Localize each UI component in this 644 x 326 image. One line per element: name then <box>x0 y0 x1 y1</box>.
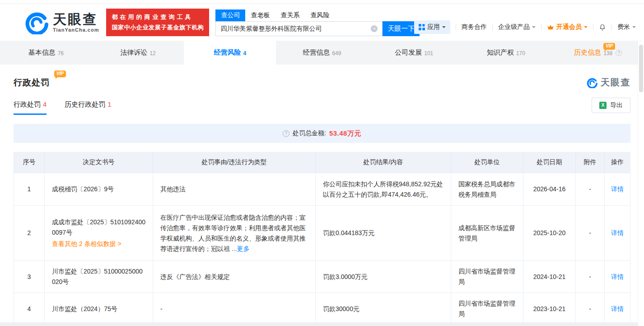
tab-basic-info[interactable]: 基本信息 76 <box>0 41 92 65</box>
tab-operating-info[interactable]: 经营信息 649 <box>276 41 368 65</box>
divider <box>541 24 541 30</box>
header-menu: 应用 商务合作 企业级产品 开通会员 费米 <box>414 20 636 34</box>
cell-doc-number: 川市监处〔2025〕51000025000020号 <box>45 260 153 293</box>
enterprise-products-menu[interactable]: 企业级产品 <box>498 23 536 31</box>
search-tab-company[interactable]: 查公司 <box>215 9 245 21</box>
col-header-no: 序号 <box>14 152 45 173</box>
divider <box>611 24 612 30</box>
company-section-tabs: 基本信息 76 法律诉讼 12 经营风险 4 经营信息 649 公司发展 101… <box>0 41 644 65</box>
cell-unit: 成都高新区市场监督管理局 <box>451 205 523 260</box>
table-row: 1 成税稽罚〔2026〕9号 其他违法 你公司应扣未扣个人所得税948,852.… <box>14 173 630 205</box>
cell-unit: 国家税务总局成都市税务局稽查局 <box>451 173 523 205</box>
tab-label: 经营信息 <box>303 48 330 57</box>
cell-doc-number: 成成市监处〔2025〕51010924000097号 查看其他 2 条相似数据 … <box>45 205 153 260</box>
apps-menu[interactable]: 应用 <box>414 20 450 34</box>
tab-intellectual-property[interactable]: 知识产权 170 <box>460 41 552 65</box>
chevron-down-icon <box>632 26 636 30</box>
doc-number-text: 成成市监处〔2025〕51010924000097号 <box>52 217 145 238</box>
brand-slogan: 都在用的商业查询工具 国家中小企业发展子基金旗下机构 <box>106 9 209 36</box>
col-header-attachment: 附件 <box>576 152 605 173</box>
tianyancha-swirl-icon <box>587 77 597 88</box>
notifications-button[interactable] <box>599 24 606 31</box>
question-circle-icon[interactable]: ? <box>283 130 289 137</box>
tab-history-info[interactable]: VIP 历史信息 138 ? <box>552 41 644 65</box>
tab-legal-litigation[interactable]: 法律诉讼 12 <box>92 41 184 65</box>
clear-search-icon[interactable]: × <box>371 25 378 32</box>
help-icon[interactable]: ? <box>616 50 622 56</box>
penalty-table: 序号 决定文书号 处罚事由/违法行为类型 处罚结果/内容 处罚单位 处罚日期 附… <box>14 152 630 325</box>
bell-icon <box>599 24 606 31</box>
cell-attachment: - <box>576 260 605 293</box>
user-account-menu[interactable]: 费米 <box>617 23 636 31</box>
penalty-subtabs: 行政处罚4 历史行政处罚1 X 导出 <box>14 100 630 115</box>
search-tab-boss[interactable]: 查老板 <box>245 9 275 21</box>
tianyancha-logo[interactable]: 天眼查 TianYanCha.com <box>25 11 99 34</box>
export-label: 导出 <box>610 101 623 109</box>
cell-result: 罚款30000元 <box>316 293 451 325</box>
export-button[interactable]: X 导出 <box>592 98 630 113</box>
tab-operating-risk[interactable]: 经营风险 4 <box>184 41 276 65</box>
search-tabs: 查公司 查老板 查关系 查风险 <box>215 9 420 21</box>
cell-date: 2024-10-21 <box>523 260 576 293</box>
business-cooperation-label: 商务合作 <box>462 23 487 31</box>
col-header-reason: 处罚事由/违法行为类型 <box>153 152 316 173</box>
tab-count: 76 <box>58 50 64 57</box>
col-header-doc: 决定文书号 <box>45 152 153 173</box>
business-cooperation-link[interactable]: 商务合作 <box>462 23 487 31</box>
cell-no: 1 <box>14 173 45 205</box>
more-link[interactable]: 更多 <box>237 245 250 252</box>
subtab-admin-penalty[interactable]: 行政处罚4 <box>14 100 47 115</box>
tab-label: 基本信息 <box>28 48 56 57</box>
cell-date: 2023-10-21 <box>523 293 576 325</box>
detail-link[interactable]: 详情 <box>611 304 624 314</box>
search-tab-risk[interactable]: 查风险 <box>305 9 335 21</box>
chevron-down-icon <box>532 26 536 30</box>
similar-data-link[interactable]: 查看其他 2 条相似数据 > <box>52 239 145 249</box>
chevron-down-icon <box>584 26 588 30</box>
subtab-history-admin-penalty[interactable]: 历史行政处罚1 <box>65 100 111 115</box>
open-vip-menu[interactable]: 开通会员 <box>547 23 588 31</box>
cell-no: 3 <box>14 260 45 293</box>
main-content: VIP 行政处罚 天眼查 行政处罚4 历史行政处罚1 X 导出 ? 处罚总金额:… <box>0 65 644 325</box>
browser-chrome-edge <box>0 0 644 4</box>
cell-result: 罚款3.0000万元 <box>316 260 451 293</box>
cell-result: 你公司应扣未扣个人所得税948,852.92元处以百分之五十的罚款,即474,4… <box>316 173 451 205</box>
open-vip-label: 开通会员 <box>556 23 582 31</box>
chevron-down-icon <box>442 26 446 30</box>
tab-count: 12 <box>149 50 155 57</box>
table-header-row: 序号 决定文书号 处罚事由/违法行为类型 处罚结果/内容 处罚单位 处罚日期 附… <box>14 152 630 173</box>
tab-count: 101 <box>424 50 433 57</box>
cell-reason: - <box>153 293 316 325</box>
scrollbar-track[interactable] <box>638 41 644 326</box>
enterprise-products-label: 企业级产品 <box>498 23 530 31</box>
col-header-action: 操作 <box>605 152 630 173</box>
excel-icon: X <box>599 102 607 109</box>
search-input[interactable] <box>220 25 371 33</box>
subtab-count: 1 <box>107 100 111 108</box>
subtab-label: 行政处罚 <box>14 100 41 108</box>
site-header: 天眼查 TianYanCha.com 都在用的商业查询工具 国家中小企业发展子基… <box>0 4 644 41</box>
subtab-count: 4 <box>43 100 47 108</box>
divider <box>492 24 493 30</box>
detail-link[interactable]: 详情 <box>611 184 624 194</box>
search-tab-relation[interactable]: 查关系 <box>275 9 305 21</box>
cell-attachment: - <box>576 173 605 205</box>
slogan-line2: 国家中小企业发展子基金旗下机构 <box>112 23 204 33</box>
tab-company-development[interactable]: 公司发展 101 <box>368 41 460 65</box>
scrollbar-thumb[interactable] <box>639 45 643 92</box>
cell-attachment: - <box>576 205 605 260</box>
search-box: × <box>215 21 383 36</box>
total-amount-label: 处罚总金额: <box>293 129 326 137</box>
logo-subtitle: TianYanCha.com <box>53 27 99 33</box>
cell-date: 2026-04-16 <box>523 173 576 205</box>
cell-doc-number: 川市监处（2024）75号 <box>45 293 153 325</box>
table-row: 3 川市监处〔2025〕51000025000020号 违反《广告法》相关规定 … <box>14 260 630 293</box>
watermark-label: 天眼查 <box>601 76 630 89</box>
cell-reason: 违反《广告法》相关规定 <box>153 260 316 293</box>
cell-attachment: - <box>576 293 605 325</box>
detail-link[interactable]: 详情 <box>611 272 624 282</box>
tianyancha-watermark: 天眼查 <box>587 76 630 89</box>
page-title: 行政处罚 <box>14 77 50 89</box>
penalty-total-banner: ? 处罚总金额: 53.48万元 <box>14 124 630 143</box>
detail-link[interactable]: 详情 <box>611 228 624 238</box>
